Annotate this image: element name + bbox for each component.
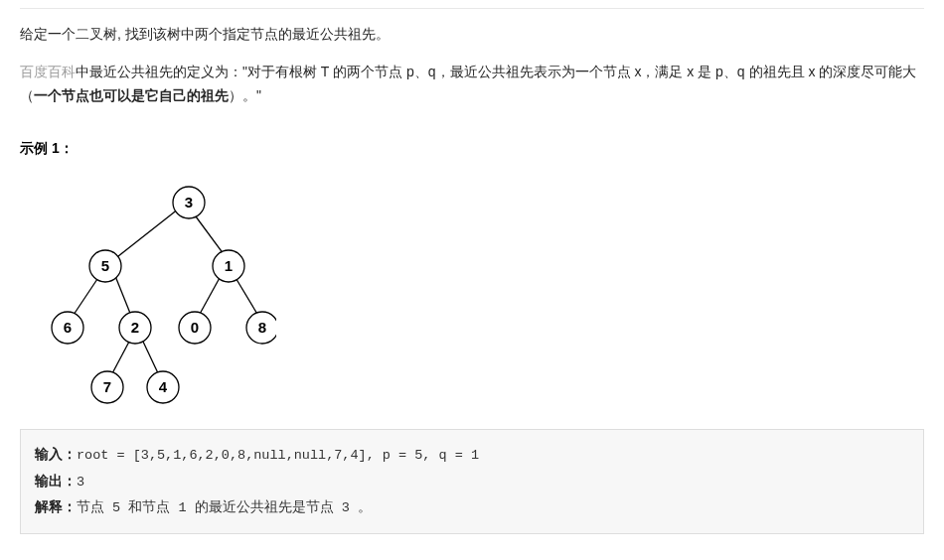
tree-node-8: 8 bbox=[258, 319, 266, 336]
svg-line-7 bbox=[143, 342, 159, 375]
tree-node-3: 3 bbox=[185, 194, 193, 210]
svg-line-5 bbox=[235, 276, 258, 316]
svg-line-6 bbox=[111, 342, 129, 375]
output-label: 输出： bbox=[35, 474, 77, 489]
definition-bold: 一个节点也可以是它自己的祖先 bbox=[34, 87, 229, 103]
problem-definition: 百度百科中最近公共祖先的定义为："对于有根树 T 的两个节点 p、q，最近公共祖… bbox=[20, 61, 924, 108]
tree-node-6: 6 bbox=[64, 319, 72, 336]
tree-node-0: 0 bbox=[191, 319, 199, 336]
svg-line-4 bbox=[199, 276, 221, 316]
definition-suffix: ）。" bbox=[229, 87, 261, 103]
problem-intro: 给定一个二叉树, 找到该树中两个指定节点的最近公共祖先。 bbox=[20, 23, 924, 47]
tree-diagram: 3 5 1 6 2 0 8 7 4 bbox=[38, 179, 276, 407]
explain-value: 节点 5 和节点 1 的最近公共祖先是节点 3 。 bbox=[77, 500, 372, 515]
explain-label: 解释： bbox=[35, 499, 77, 514]
input-label: 输入： bbox=[35, 447, 77, 462]
wiki-link[interactable]: 百度百科 bbox=[20, 64, 76, 79]
example-code-block: 输入：root = [3,5,1,6,2,0,8,null,null,7,4],… bbox=[20, 429, 924, 534]
tree-node-4: 4 bbox=[159, 378, 168, 395]
input-value: root = [3,5,1,6,2,0,8,null,null,7,4], p … bbox=[77, 448, 479, 463]
svg-line-3 bbox=[115, 276, 131, 316]
svg-line-0 bbox=[113, 209, 179, 260]
tree-node-5: 5 bbox=[101, 257, 109, 274]
svg-line-2 bbox=[72, 276, 99, 318]
tree-node-2: 2 bbox=[131, 319, 139, 336]
output-value: 3 bbox=[77, 475, 84, 490]
tree-node-7: 7 bbox=[103, 378, 111, 395]
example-heading: 示例 1： bbox=[20, 137, 924, 161]
tree-node-1: 1 bbox=[225, 257, 233, 274]
